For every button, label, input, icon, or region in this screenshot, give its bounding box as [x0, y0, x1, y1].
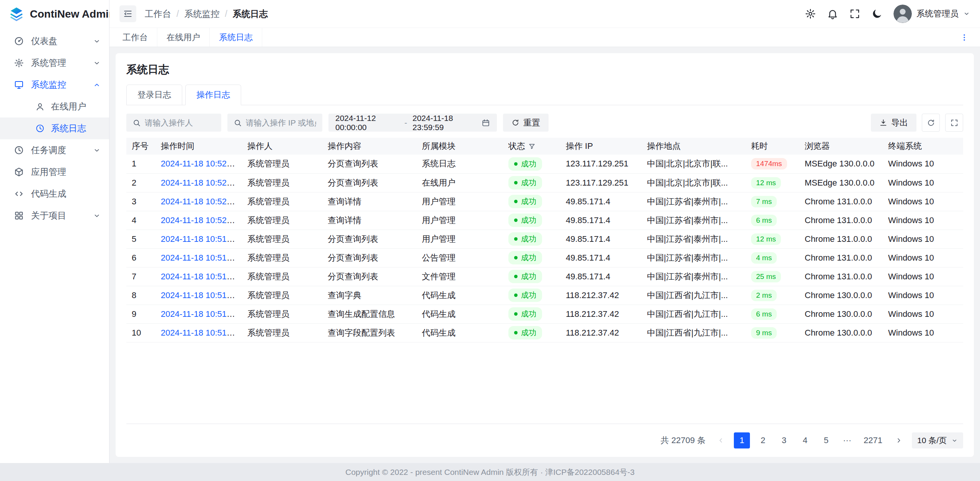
ip-search-input[interactable]: [246, 118, 316, 127]
logo[interactable]: ContiNew Admin: [0, 0, 109, 28]
sidebar-item-label: 任务调度: [31, 144, 93, 156]
dark-mode-button[interactable]: [871, 8, 883, 20]
avatar: [893, 5, 912, 23]
duration-badge: 6 ms: [751, 308, 777, 320]
app-logo-icon: [8, 6, 24, 22]
page-button[interactable]: 1: [734, 432, 750, 448]
page-button[interactable]: 3: [776, 432, 792, 448]
time-link[interactable]: 2024-11-18 10:51:55: [161, 234, 238, 244]
cell-status: 成功: [503, 192, 560, 211]
time-link[interactable]: 2024-11-18 10:52:05: [161, 215, 238, 225]
gear-icon: [805, 8, 816, 20]
prev-page-button[interactable]: [713, 432, 729, 448]
sidebar-item-system-management[interactable]: 系统管理: [0, 52, 109, 74]
time-link[interactable]: 2024-11-18 10:52:12: [161, 197, 238, 206]
time-link[interactable]: 2024-11-18 10:51:53: [161, 253, 238, 263]
settings-button[interactable]: [805, 8, 816, 20]
code-icon: [14, 189, 24, 199]
system-log-card: 系统日志 登录日志 操作日志: [116, 53, 974, 457]
table-fullscreen-button[interactable]: [945, 114, 963, 132]
page-button[interactable]: 5: [818, 432, 834, 448]
user-icon: [35, 102, 45, 111]
cell-module: 文件管理: [416, 267, 503, 286]
tab-online-users[interactable]: 在线用户: [157, 28, 210, 47]
table-row[interactable]: 1 2024-11-18 10:52:55 系统管理员 分页查询列表 系统日志 …: [126, 155, 963, 173]
cell-content: 分页查询列表: [322, 155, 416, 173]
user-menu[interactable]: 系统管理员: [893, 5, 970, 23]
operator-search-input[interactable]: [145, 118, 215, 127]
table-row[interactable]: 3 2024-11-18 10:52:12 系统管理员 查询详情 用户管理 成功…: [126, 192, 963, 211]
tab-more-button[interactable]: [959, 32, 970, 43]
refresh-button[interactable]: [922, 114, 940, 132]
time-link[interactable]: 2024-11-18 10:52:47: [161, 178, 238, 188]
breadcrumb-item[interactable]: 工作台: [145, 8, 171, 20]
sidebar-item-about-project[interactable]: 关于项目: [0, 205, 109, 227]
cell-ip: 49.85.171.4: [560, 248, 642, 267]
notifications-button[interactable]: [827, 8, 838, 20]
table-row[interactable]: 2 2024-11-18 10:52:47 系统管理员 分页查询列表 在线用户 …: [126, 173, 963, 192]
table-row[interactable]: 4 2024-11-18 10:52:05 系统管理员 查询详情 用户管理 成功…: [126, 211, 963, 230]
table-row[interactable]: 5 2024-11-18 10:51:55 系统管理员 分页查询列表 用户管理 …: [126, 230, 963, 248]
sidebar-collapse-button[interactable]: [119, 5, 136, 22]
page-tabbar: 工作台 在线用户 系统日志: [109, 28, 980, 47]
cell-duration: 6 ms: [746, 211, 799, 230]
cell-status: 成功: [503, 305, 560, 323]
page-size-select[interactable]: 10 条/页: [912, 432, 963, 448]
cell-operator: 系统管理员: [242, 211, 322, 230]
cell-status: 成功: [503, 173, 560, 192]
next-page-button[interactable]: [891, 432, 907, 448]
cell-module: 在线用户: [416, 173, 503, 192]
topbar-actions: 系统管理员: [805, 5, 970, 23]
sidebar-item-system-log[interactable]: 系统日志: [0, 117, 109, 139]
chevron-down-icon: [93, 38, 101, 45]
sidebar-item-app-management[interactable]: 应用管理: [0, 161, 109, 183]
monitor-icon: [14, 80, 24, 90]
reset-button[interactable]: 重置: [503, 114, 549, 132]
table-row[interactable]: 9 2024-11-18 10:51:49 系统管理员 查询生成配置信息 代码生…: [126, 305, 963, 323]
ip-search-field[interactable]: [227, 114, 322, 132]
sidebar-item-task-schedule[interactable]: 任务调度: [0, 139, 109, 161]
status-dot-icon: [514, 331, 518, 334]
table-row[interactable]: 10 2024-11-18 10:51:49 系统管理员 查询字段配置列表 代码…: [126, 323, 963, 342]
reset-label: 重置: [523, 117, 540, 129]
cell-time: 2024-11-18 10:52:05: [155, 211, 242, 230]
fullscreen-button[interactable]: [849, 8, 861, 20]
table-row[interactable]: 6 2024-11-18 10:51:53 系统管理员 分页查询列表 公告管理 …: [126, 248, 963, 267]
chevron-up-icon: [93, 81, 101, 89]
table-row[interactable]: 7 2024-11-18 10:51:52 系统管理员 分页查询列表 文件管理 …: [126, 267, 963, 286]
col-duration: 耗时: [746, 138, 799, 155]
sidebar-item-label: 关于项目: [31, 210, 93, 222]
time-link[interactable]: 2024-11-18 10:51:49: [161, 309, 238, 319]
pagination-ellipsis[interactable]: ···: [839, 432, 855, 448]
tab-operation-log[interactable]: 操作日志: [185, 85, 241, 105]
cell-content: 查询字段配置列表: [322, 323, 416, 342]
last-page-button[interactable]: 2271: [860, 432, 886, 448]
date-range-picker[interactable]: 2024-11-12 00:00:00 - 2024-11-18 23:59:5…: [328, 114, 497, 132]
page-button[interactable]: 4: [797, 432, 813, 448]
sidebar-item-dashboard[interactable]: 仪表盘: [0, 30, 109, 52]
sidebar-item-system-monitor[interactable]: 系统监控: [0, 74, 109, 96]
cell-time: 2024-11-18 10:51:52: [155, 267, 242, 286]
filter-funnel-icon[interactable]: [528, 143, 536, 150]
page-button[interactable]: 2: [755, 432, 771, 448]
status-badge: 成功: [508, 214, 542, 227]
time-link[interactable]: 2024-11-18 10:51:49: [161, 328, 238, 338]
cell-index: 7: [126, 267, 155, 286]
time-link[interactable]: 2024-11-18 10:52:55: [161, 159, 238, 168]
status-badge: 成功: [508, 270, 542, 283]
tab-login-log[interactable]: 登录日志: [126, 85, 182, 105]
export-button[interactable]: 导出: [871, 114, 916, 132]
status-dot-icon: [514, 218, 518, 222]
cell-os: Windows 10: [883, 192, 963, 211]
copyright-text: Copyright © 2022 - present ContiNew Admi…: [345, 467, 634, 478]
time-link[interactable]: 2024-11-18 10:51:52: [161, 272, 238, 281]
table-row[interactable]: 8 2024-11-18 10:51:50 系统管理员 查询字典 代码生成 成功…: [126, 286, 963, 305]
tab-system-log[interactable]: 系统日志: [210, 28, 262, 47]
operator-search-field[interactable]: [126, 114, 221, 132]
sidebar-item-code-generation[interactable]: 代码生成: [0, 183, 109, 205]
tab-workbench[interactable]: 工作台: [119, 28, 157, 47]
sidebar-item-online-users[interactable]: 在线用户: [0, 96, 109, 117]
time-link[interactable]: 2024-11-18 10:51:50: [161, 290, 238, 300]
log-table-body: 1 2024-11-18 10:52:55 系统管理员 分页查询列表 系统日志 …: [126, 155, 963, 342]
breadcrumb-item[interactable]: 系统监控: [184, 8, 219, 20]
